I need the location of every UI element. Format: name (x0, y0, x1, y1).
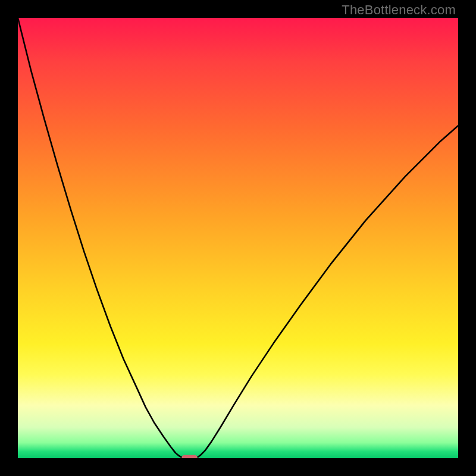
chart-frame: TheBottleneck.com (0, 0, 476, 476)
minimum-marker (181, 455, 198, 458)
curve-right (198, 126, 458, 457)
plot-area (18, 18, 458, 458)
curve-svg (18, 18, 458, 458)
curve-left (18, 18, 181, 458)
watermark-text: TheBottleneck.com (342, 2, 456, 18)
